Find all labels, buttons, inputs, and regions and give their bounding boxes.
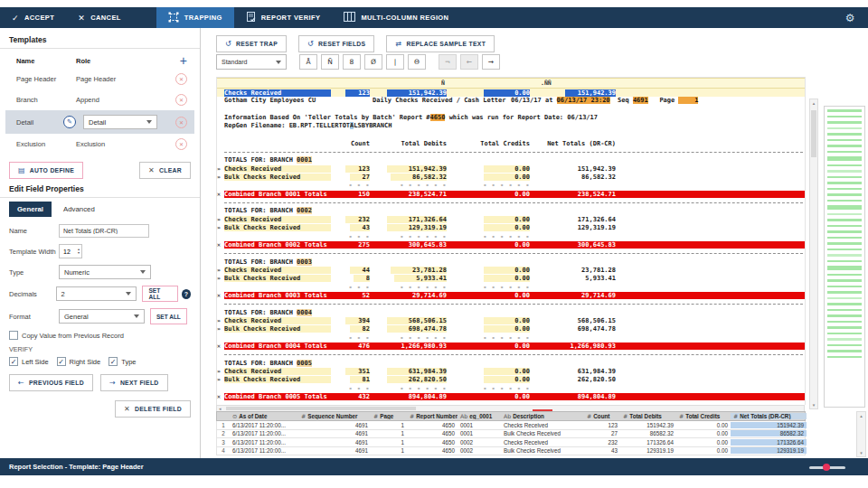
delete-template-icon[interactable]: ✕ [175,73,187,85]
combined-totals-row[interactable]: ✕Combined Branch 0004 Totals4761,266,980… [217,342,805,350]
auto-define-button[interactable]: ▤ AUTO DEFINE [9,162,83,179]
format-set-all-button[interactable]: SET ALL [150,308,187,324]
trap-type-button-Ñ[interactable]: Ñ [321,54,339,70]
trap-type-button-Å[interactable]: Å [299,54,317,70]
grid-column-header-description[interactable]: AbDescription [501,413,584,419]
checkbox-checked-icon[interactable] [108,357,118,366]
scroll-up-icon[interactable]: ▴ [857,413,865,418]
blank-line[interactable] [217,131,805,139]
grid-vertical-scrollbar[interactable]: ▴ ▾ [856,411,866,457]
copy-value-checkbox[interactable] [9,331,18,340]
template-row-branch[interactable]: Branch Append ✕ [9,89,191,110]
scroll-down-icon[interactable]: ▾ [857,450,865,455]
report-document[interactable]: Ñ.ÑÑ Checks Received123151,942.390.00151… [216,77,806,405]
repgen-filename-line[interactable]: RepGen Filename: EB.RPT.TELLERTOTALSBYBR… [217,122,805,130]
page-minimap[interactable] [824,106,865,408]
column-dashes-row[interactable]: - - -- - - - - -- - - - - - [217,384,805,392]
verify-check-right-side[interactable]: Right Side [57,357,101,366]
previous-field-button[interactable]: ← PREVIOUS FIELD [9,374,93,391]
grid-column-header-total-credits[interactable]: #Total Credits [676,413,731,419]
column-dashes-row[interactable]: - - -- - - - - -- - - - - - [217,283,805,291]
detail-row[interactable]: »Checks Received351631,984.390.00631,984… [217,367,805,375]
grid-row[interactable]: 26/13/2017 11:20:00...4691146500001Bulk … [216,430,806,439]
combined-totals-row[interactable]: ✕Combined Branch 0001 Totals150238,524.7… [217,190,805,198]
grid-row[interactable]: 16/13/2017 11:20:00...4691146500001Check… [216,421,806,430]
template-row-exclusion[interactable]: Exclusion Exclusion ✕ [9,134,191,155]
width-input[interactable] [60,249,76,255]
report-info-line[interactable]: Information Based On 'Teller Totals by B… [217,114,805,122]
zoom-slider-thumb[interactable] [823,464,830,471]
decimals-set-all-button[interactable]: SET ALL [142,286,177,302]
grid-column-header-total-debits[interactable]: #Total Debits [620,413,676,419]
checkbox-checked-icon[interactable] [57,357,66,366]
replace-sample-text-button[interactable]: ⇄ REPLACE SAMPLE TEXT [386,35,495,52]
verify-check-type[interactable]: Type [108,357,136,366]
grid-header-row[interactable]: ⊙As of Date#Sequence Number#Page#Report … [216,411,806,421]
branch-totals-header[interactable]: TOTALS FOR: BRANCH 0004 [217,308,805,316]
field-name-input[interactable] [59,224,149,238]
trap-mode-dropdown[interactable]: Standard [216,54,287,70]
separator-line[interactable] [217,198,805,206]
grid-column-header-count[interactable]: #Count [584,413,620,419]
cancel-button[interactable]: ✕ CANCEL [66,7,133,28]
trap-type-button-Θ[interactable]: Θ [408,54,426,70]
type-dropdown[interactable]: Numeric [59,265,151,279]
accept-button[interactable]: ✓ ACCEPT [0,7,66,28]
template-role-dropdown[interactable]: Detail [83,115,157,129]
column-dashes-row[interactable]: - - -- - - - - -- - - - - - [217,333,805,342]
document-vertical-scrollbar[interactable]: ▴ ▾ [809,99,818,409]
branch-totals-header[interactable]: TOTALS FOR: BRANCH 0003 [217,258,805,266]
detail-row[interactable]: »Bulk Checks Received82698,474.780.00698… [217,325,805,333]
doc-column-headers[interactable]: CountTotal DebitsTotal CreditsNet Totals… [217,139,805,147]
template-width-stepper[interactable]: ▴▾ [59,244,82,258]
detail-row[interactable]: »Checks Received232171,326.640.00171,326… [217,215,805,223]
branch-totals-header[interactable]: TOTALS FOR: BRANCH 0005 [217,359,805,367]
clear-button[interactable]: ✕ CLEAR [139,162,191,179]
edit-pencil-icon[interactable]: ✎ [63,116,76,128]
scroll-up-icon[interactable]: ▴ [810,100,817,106]
format-dropdown[interactable]: General [59,309,145,324]
grid-column-header-as-of-date[interactable]: ⊙As of Date [230,413,298,419]
separator-line[interactable] [217,249,805,258]
combined-totals-row[interactable]: ✕Combined Branch 0002 Totals275300,645.8… [217,240,805,249]
gear-icon[interactable]: ⚙ [845,12,855,24]
combined-totals-row[interactable]: ✕Combined Branch 0003 Totals5229,714.690… [217,291,805,299]
template-row-detail-selected[interactable]: Detail ✎ Detail ✕ [5,110,194,134]
help-icon[interactable]: ? [182,289,191,299]
delete-template-icon[interactable]: ✕ [175,94,187,106]
scrollbar-thumb[interactable] [226,407,416,410]
grid-row[interactable]: 46/13/2017 11:20:00...4691146500002Bulk … [216,447,806,456]
detail-row[interactable]: »Bulk Checks Received43129,319.190.00129… [217,224,805,232]
stepper-arrows-icon[interactable]: ▴▾ [76,248,81,255]
detail-row[interactable]: »Bulk Checks Received81262,820.500.00262… [217,376,805,384]
add-template-button[interactable]: + [180,53,187,68]
grid-column-header-net-totals-dr-cr-[interactable]: #Net Totals (DR-CR) [731,413,807,419]
combined-totals-row[interactable]: ✕Combined Branch 0005 Totals432894,804.8… [217,392,805,400]
trap-type-button-8[interactable]: 8 [343,54,361,70]
grid-column-header-eg-0001[interactable]: Abeg_0001 [458,413,501,419]
trap-nav-button[interactable]: → [482,54,500,70]
detail-row[interactable]: »Checks Received394568,506.150.00568,506… [217,316,805,324]
multi-column-region-tab[interactable]: MULTI-COLUMN REGION [332,7,460,28]
report-verify-tab[interactable]: REPORT VERIFY [234,7,333,28]
grid-row[interactable]: 36/13/2017 11:20:00...4691146500002Check… [216,438,806,447]
decimals-dropdown[interactable]: 2 [56,286,137,301]
branch-totals-header[interactable]: TOTALS FOR: BRANCH 0002 [217,207,805,215]
delete-template-icon[interactable]: ✕ [175,138,187,150]
grid-column-header-sequence-number[interactable]: #Sequence Number [298,413,371,419]
checkbox-checked-icon[interactable] [9,357,18,366]
separator-line[interactable] [217,300,805,308]
trapping-tab[interactable]: TRAPPING [156,7,234,28]
blank-line[interactable] [217,106,805,114]
scrollbar-thumb[interactable] [811,110,816,157]
separator-line[interactable] [217,147,805,155]
trap-ruler[interactable]: Ñ.ÑÑ [217,78,805,89]
delete-template-icon[interactable]: ✕ [175,117,187,128]
trap-type-button-|[interactable]: | [386,54,404,70]
template-row-page-header[interactable]: Page Header Page Header ✕ [9,69,191,89]
detail-row[interactable]: »Checks Received123151,942.390.00151,942… [217,164,805,173]
detail-row[interactable]: »Bulk Checks Received2786,582.320.0086,5… [217,173,805,181]
detail-row[interactable]: »Checks Received4423,781.280.0023,781.28 [217,266,805,274]
trap-type-button-Ø[interactable]: Ø [364,54,382,70]
scroll-down-icon[interactable]: ▾ [810,402,817,408]
